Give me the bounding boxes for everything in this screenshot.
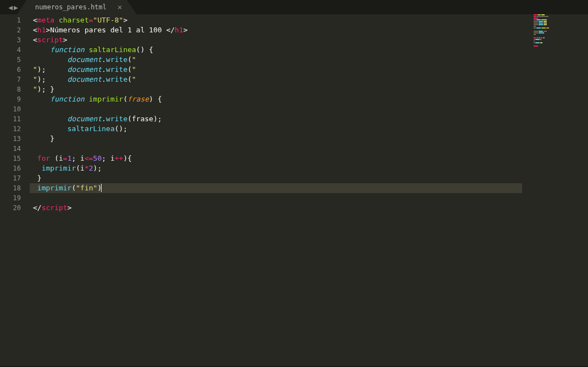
line-number: 13 bbox=[0, 134, 21, 144]
line-number: 14 bbox=[0, 144, 21, 154]
code-line[interactable]: for (i=1; i<=50; i++){ bbox=[33, 154, 588, 163]
code-area[interactable]: <meta charset="UTF-8"><h1>Números pares … bbox=[30, 14, 588, 367]
line-number: 8 bbox=[0, 84, 21, 94]
line-number: 11 bbox=[0, 114, 21, 124]
code-line[interactable]: function imprimir(frase) { bbox=[33, 94, 588, 104]
code-line[interactable]: </script> bbox=[33, 203, 588, 213]
code-line[interactable]: imprimir("fin") bbox=[30, 183, 522, 193]
code-line[interactable]: document.write(""); bbox=[33, 75, 588, 84]
code-line[interactable]: <h1>Números pares del 1 al 100 </h1> bbox=[33, 25, 588, 35]
tab-bar: numeros_pares.html × bbox=[26, 0, 127, 14]
nav-back-icon[interactable]: ◀ bbox=[8, 3, 13, 12]
code-line[interactable]: saltarLinea(); bbox=[33, 124, 588, 134]
line-number: 20 bbox=[0, 203, 21, 213]
code-line[interactable]: document.write(""); bbox=[33, 65, 588, 75]
line-number: 10 bbox=[0, 104, 21, 114]
close-icon[interactable]: × bbox=[117, 3, 122, 11]
code-line[interactable]: } bbox=[33, 84, 588, 94]
line-number: 18 bbox=[0, 183, 21, 193]
code-line[interactable] bbox=[33, 144, 588, 154]
code-line[interactable] bbox=[33, 104, 588, 114]
line-number: 7 bbox=[0, 75, 21, 84]
code-line[interactable]: document.write(frase); bbox=[33, 114, 588, 124]
line-number: 12 bbox=[0, 124, 21, 134]
gutter: 1234567891011121314151617181920 bbox=[0, 14, 30, 367]
line-number: 2 bbox=[0, 25, 21, 35]
line-number: 9 bbox=[0, 94, 21, 104]
line-number: 17 bbox=[0, 173, 21, 183]
line-number: 15 bbox=[0, 154, 21, 163]
code-line[interactable]: imprimir(i*2); bbox=[33, 163, 588, 173]
code-line[interactable] bbox=[33, 193, 588, 203]
line-number: 3 bbox=[0, 35, 21, 45]
text-cursor bbox=[101, 184, 102, 192]
line-number: 19 bbox=[0, 193, 21, 203]
code-line[interactable]: <script> bbox=[33, 35, 588, 45]
line-number: 4 bbox=[0, 45, 21, 55]
code-line[interactable]: function saltarLinea() { bbox=[33, 45, 588, 55]
code-line[interactable]: <meta charset="UTF-8"> bbox=[33, 15, 588, 25]
code-line[interactable]: } bbox=[33, 173, 588, 183]
title-bar: ◀ ▶ numeros_pares.html × bbox=[0, 0, 588, 14]
line-number: 1 bbox=[0, 15, 21, 25]
line-number: 16 bbox=[0, 163, 21, 173]
line-number: 5 bbox=[0, 55, 21, 65]
line-number: 6 bbox=[0, 65, 21, 75]
editor[interactable]: 1234567891011121314151617181920 <meta ch… bbox=[0, 14, 588, 367]
tab-numeros-pares[interactable]: numeros_pares.html × bbox=[26, 0, 127, 14]
code-line[interactable]: } bbox=[33, 134, 588, 144]
code-line[interactable]: document.write(""); bbox=[33, 55, 588, 65]
tab-filename: numeros_pares.html bbox=[35, 3, 107, 11]
